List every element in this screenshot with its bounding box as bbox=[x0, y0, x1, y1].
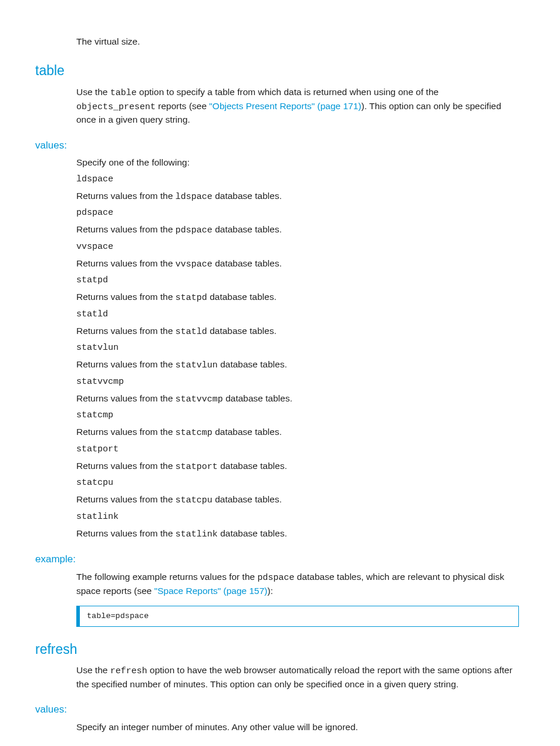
table-paragraph: Use the table option to specify a table … bbox=[76, 86, 519, 127]
text: The following example returns values for… bbox=[76, 572, 257, 582]
text: database tables. bbox=[212, 224, 282, 234]
value-code: ldspace bbox=[76, 173, 519, 186]
text: Returns values from the bbox=[76, 494, 176, 504]
value-code: statport bbox=[76, 443, 519, 456]
value-description: Returns values from the ldspace database… bbox=[76, 190, 519, 204]
value-description: Returns values from the statcpu database… bbox=[76, 493, 519, 507]
heading-refresh-values: values: bbox=[35, 703, 525, 717]
value-code: statvlun bbox=[76, 342, 519, 355]
value-code-inline: statport bbox=[176, 462, 218, 472]
value-description: Returns values from the statvvcmp databa… bbox=[76, 392, 519, 406]
code-table: table bbox=[110, 88, 137, 98]
text: database tables. bbox=[218, 359, 287, 369]
text: database tables. bbox=[218, 528, 287, 538]
value-code: statpd bbox=[76, 274, 519, 287]
text: database tables. bbox=[212, 258, 282, 268]
value-description: Returns values from the statld database … bbox=[76, 325, 519, 339]
link-space-reports[interactable]: "Space Reports" (page 157) bbox=[154, 586, 268, 596]
example-paragraph: The following example returns values for… bbox=[76, 571, 519, 598]
value-description: Returns values from the statvlun databas… bbox=[76, 358, 519, 372]
text: ): bbox=[268, 586, 273, 596]
value-code-inline: statvvcmp bbox=[176, 394, 223, 404]
values-intro: Specify one of the following: bbox=[76, 156, 519, 169]
value-code-inline: statpd bbox=[176, 293, 207, 303]
intro-virtual-size: The virtual size. bbox=[76, 35, 519, 48]
refresh-values-text: Specify an integer number of minutes. An… bbox=[76, 721, 519, 734]
refresh-paragraph: Use the refresh option to have the web b… bbox=[76, 664, 519, 691]
value-code: pdspace bbox=[76, 207, 519, 220]
value-code: vvspace bbox=[76, 241, 519, 254]
text: database tables. bbox=[218, 461, 287, 471]
value-description: Returns values from the statcmp database… bbox=[76, 426, 519, 440]
text: database tables. bbox=[212, 427, 282, 437]
text: Use the bbox=[76, 665, 110, 675]
heading-table: table bbox=[35, 61, 525, 80]
link-objects-present-reports[interactable]: "Objects Present Reports" (page 171) bbox=[209, 101, 361, 111]
text: Returns values from the bbox=[76, 528, 176, 538]
heading-table-example: example: bbox=[35, 552, 525, 567]
value-code-inline: statlink bbox=[176, 529, 218, 539]
text: Returns values from the bbox=[76, 224, 176, 234]
value-description: Returns values from the pdspace database… bbox=[76, 223, 519, 237]
text: database tables. bbox=[212, 494, 282, 504]
value-code-inline: statvlun bbox=[176, 360, 218, 370]
code-refresh: refresh bbox=[110, 666, 147, 676]
heading-table-values: values: bbox=[35, 139, 525, 153]
text: Returns values from the bbox=[76, 461, 176, 471]
value-code: statvvcmp bbox=[76, 376, 519, 389]
value-code: statlink bbox=[76, 511, 519, 524]
text: database tables. bbox=[223, 393, 292, 403]
value-description: Returns values from the statlink databas… bbox=[76, 527, 519, 541]
code-pdspace: pdspace bbox=[257, 573, 294, 583]
text: database tables. bbox=[212, 191, 282, 201]
text: database tables. bbox=[207, 292, 276, 302]
text: Returns values from the bbox=[76, 427, 176, 437]
text: Returns values from the bbox=[76, 326, 176, 336]
value-code-inline: statcmp bbox=[176, 428, 212, 438]
text: reports (see bbox=[156, 101, 209, 111]
value-description: Returns values from the statport databas… bbox=[76, 460, 519, 474]
text: Returns values from the bbox=[76, 258, 176, 268]
text: Returns values from the bbox=[76, 359, 176, 369]
value-code: statcpu bbox=[76, 477, 519, 490]
value-code: statld bbox=[76, 308, 519, 321]
text: option to specify a table from which dat… bbox=[137, 87, 438, 97]
value-description: Returns values from the vvspace database… bbox=[76, 257, 519, 271]
code-example-box: table=pdspace bbox=[76, 606, 519, 627]
value-code-inline: statld bbox=[176, 327, 207, 337]
heading-refresh: refresh bbox=[35, 640, 525, 659]
code-objects-present: objects_present bbox=[76, 102, 156, 112]
value-description: Returns values from the statpd database … bbox=[76, 291, 519, 305]
value-code-inline: vvspace bbox=[176, 259, 212, 269]
text: Returns values from the bbox=[76, 292, 176, 302]
text: database tables. bbox=[207, 326, 276, 336]
text: Returns values from the bbox=[76, 191, 176, 201]
value-code-inline: ldspace bbox=[176, 192, 212, 202]
value-code-inline: pdspace bbox=[176, 225, 212, 235]
value-code-inline: statcpu bbox=[176, 495, 212, 505]
value-code: statcmp bbox=[76, 409, 519, 422]
text: Returns values from the bbox=[76, 393, 176, 403]
text: Use the bbox=[76, 87, 110, 97]
